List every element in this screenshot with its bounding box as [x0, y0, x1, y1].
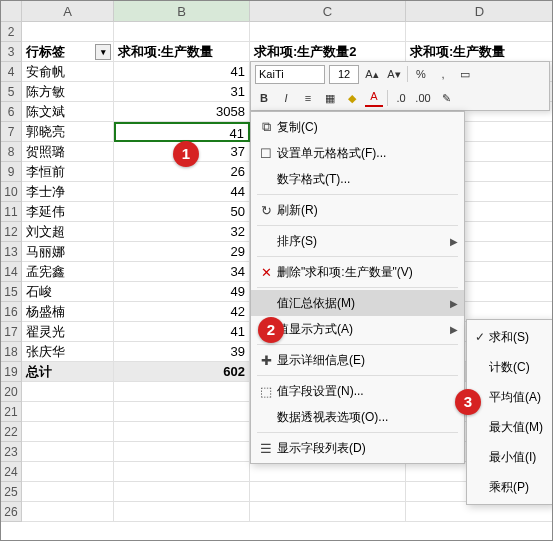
cell[interactable]: 39 — [114, 342, 250, 362]
bold-button[interactable]: B — [255, 89, 273, 107]
border-button[interactable]: ▦ — [321, 89, 339, 107]
font-color-button[interactable]: A — [365, 89, 383, 107]
cell[interactable] — [114, 482, 250, 502]
cell[interactable]: 41 — [114, 122, 250, 142]
submenu-min[interactable]: 最小值(I) — [467, 442, 553, 472]
cell[interactable] — [114, 462, 250, 482]
row-header[interactable]: 11 — [1, 202, 22, 222]
row-header[interactable]: 14 — [1, 262, 22, 282]
menu-delete-field[interactable]: ✕ 删除"求和项:生产数量"(V) — [251, 259, 464, 285]
row-header[interactable]: 10 — [1, 182, 22, 202]
cell[interactable]: 贺照璐 — [22, 142, 114, 162]
cell[interactable]: 42 — [114, 302, 250, 322]
col-header-a[interactable]: A — [22, 1, 114, 22]
cell[interactable]: 翟灵光 — [22, 322, 114, 342]
submenu-count[interactable]: 计数(C) — [467, 352, 553, 382]
cell[interactable] — [114, 22, 250, 42]
menu-summarize-by[interactable]: 值汇总依据(M) ▶ — [251, 290, 464, 316]
row-header[interactable]: 18 — [1, 342, 22, 362]
submenu-sum[interactable]: ✓ 求和(S) — [467, 322, 553, 352]
font-size-select[interactable]: 12 — [329, 65, 359, 84]
col-header-c[interactable]: C — [250, 1, 406, 22]
italic-button[interactable]: I — [277, 89, 295, 107]
row-header[interactable]: 19 — [1, 362, 22, 382]
menu-copy[interactable]: ⧉ 复制(C) — [251, 114, 464, 140]
cell[interactable]: 石峻 — [22, 282, 114, 302]
cell[interactable]: 李士净 — [22, 182, 114, 202]
row-header[interactable]: 21 — [1, 402, 22, 422]
submenu-product[interactable]: 乘积(P) — [467, 472, 553, 502]
row-header[interactable]: 23 — [1, 442, 22, 462]
menu-show-details[interactable]: ✚ 显示详细信息(E) — [251, 347, 464, 373]
cell[interactable]: 总计 — [22, 362, 114, 382]
cell[interactable]: 41 — [114, 62, 250, 82]
cell[interactable]: 44 — [114, 182, 250, 202]
cell[interactable]: 陈方敏 — [22, 82, 114, 102]
row-header[interactable]: 7 — [1, 122, 22, 142]
col-header-d[interactable]: D — [406, 1, 553, 22]
row-header[interactable]: 16 — [1, 302, 22, 322]
row-header[interactable]: 15 — [1, 282, 22, 302]
cell[interactable]: 求和项:生产数量2 — [250, 42, 406, 62]
decrease-decimal-button[interactable]: .0 — [392, 89, 410, 107]
percent-button[interactable]: % — [412, 65, 430, 83]
row-header[interactable]: 20 — [1, 382, 22, 402]
cell[interactable] — [22, 422, 114, 442]
cell[interactable] — [22, 22, 114, 42]
cell[interactable]: 李延伟 — [22, 202, 114, 222]
cell[interactable] — [22, 402, 114, 422]
row-header[interactable]: 24 — [1, 462, 22, 482]
cell[interactable]: 杨盛楠 — [22, 302, 114, 322]
row-header[interactable]: 8 — [1, 142, 22, 162]
cell[interactable]: 49 — [114, 282, 250, 302]
cell[interactable]: 41 — [114, 322, 250, 342]
menu-sort[interactable]: 排序(S) ▶ — [251, 228, 464, 254]
row-header[interactable]: 17 — [1, 322, 22, 342]
row-header[interactable]: 2 — [1, 22, 22, 42]
row-header[interactable]: 12 — [1, 222, 22, 242]
cell[interactable]: 29 — [114, 242, 250, 262]
cell[interactable] — [406, 502, 553, 522]
row-header[interactable]: 4 — [1, 62, 22, 82]
cell[interactable] — [114, 442, 250, 462]
cell[interactable] — [22, 462, 114, 482]
cell[interactable]: 3058 — [114, 102, 250, 122]
submenu-max[interactable]: 最大值(M) — [467, 412, 553, 442]
cell[interactable]: 陈文斌 — [22, 102, 114, 122]
row-header[interactable]: 25 — [1, 482, 22, 502]
cell[interactable] — [22, 382, 114, 402]
grow-font-button[interactable]: A▴ — [363, 65, 381, 83]
cell[interactable] — [114, 402, 250, 422]
cell[interactable] — [250, 462, 406, 482]
row-header[interactable]: 5 — [1, 82, 22, 102]
row-header[interactable]: 22 — [1, 422, 22, 442]
cell[interactable]: 郭晓亮 — [22, 122, 114, 142]
row-header[interactable]: 13 — [1, 242, 22, 262]
menu-refresh[interactable]: ↻ 刷新(R) — [251, 197, 464, 223]
cell[interactable]: 李恒前 — [22, 162, 114, 182]
cell[interactable] — [250, 482, 406, 502]
cell[interactable]: 31 — [114, 82, 250, 102]
row-header[interactable]: 26 — [1, 502, 22, 522]
menu-show-field-list[interactable]: ☰ 显示字段列表(D) — [251, 435, 464, 461]
menu-format-cells[interactable]: ☐ 设置单元格格式(F)... — [251, 140, 464, 166]
cell[interactable]: 求和项:生产数量 — [114, 42, 250, 62]
format-painter-button[interactable]: ✎ — [436, 89, 456, 107]
cell[interactable]: 行标签 — [22, 42, 114, 62]
cell[interactable] — [250, 502, 406, 522]
align-button[interactable]: ≡ — [299, 89, 317, 107]
cell[interactable] — [22, 482, 114, 502]
cell[interactable]: 安俞帆 — [22, 62, 114, 82]
font-name-select[interactable]: KaiTi — [255, 65, 325, 84]
menu-pivot-options[interactable]: 数据透视表选项(O)... — [251, 404, 464, 430]
cell[interactable]: 32 — [114, 222, 250, 242]
row-header[interactable]: 6 — [1, 102, 22, 122]
cell[interactable] — [406, 22, 553, 42]
cell[interactable]: 求和项:生产数量 — [406, 42, 553, 62]
increase-decimal-button[interactable]: .00 — [414, 89, 432, 107]
cell[interactable]: 50 — [114, 202, 250, 222]
style-button[interactable]: ▭ — [456, 65, 474, 83]
cell[interactable] — [114, 422, 250, 442]
row-header[interactable]: 9 — [1, 162, 22, 182]
cell[interactable]: 602 — [114, 362, 250, 382]
